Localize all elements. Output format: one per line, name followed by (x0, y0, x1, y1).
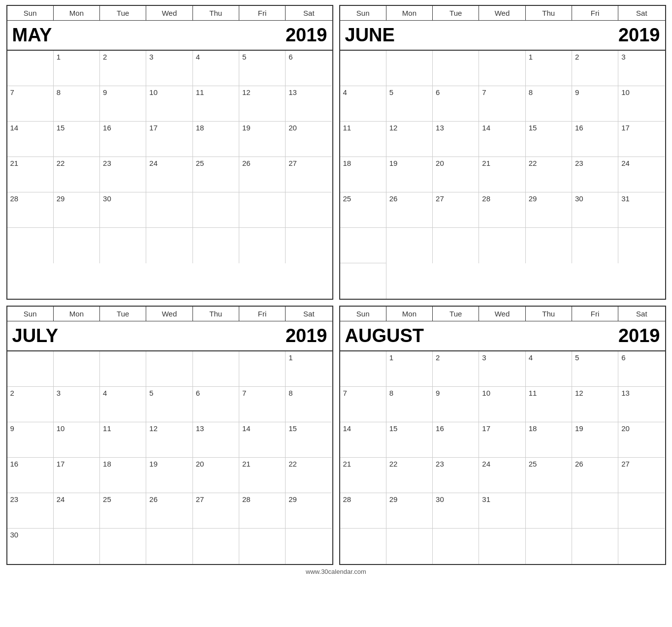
cal-cell: 22 (286, 458, 332, 493)
day-name-tue: Tue (433, 6, 479, 20)
cal-cell: 11 (340, 122, 386, 157)
cal-cell (146, 351, 192, 387)
footer-text: www.30calendar.com (306, 568, 366, 575)
cal-cell: 18 (340, 157, 386, 192)
cal-cell: 4 (340, 86, 386, 122)
cal-cell: 29 (526, 192, 572, 228)
cal-cell: 13 (193, 422, 239, 458)
cal-cell: 13 (618, 387, 665, 422)
cal-cell: 3 (54, 387, 100, 422)
cal-cell: 20 (433, 157, 479, 192)
cal-cell: 20 (618, 422, 665, 458)
cal-cell: 2 (7, 387, 54, 422)
cal-cell: 26 (572, 458, 618, 493)
cal-grid-august-2019: 1234567891011121314151617181920212223242… (340, 351, 665, 564)
cal-cell: 31 (618, 192, 665, 228)
day-name-sat: Sat (286, 6, 332, 20)
cal-grid-july-2019: 1234567891011121314151617181920212223242… (7, 351, 332, 564)
cal-cell: 14 (7, 122, 54, 157)
month-name-may-2019: MAY (12, 25, 52, 46)
cal-cell: 24 (54, 493, 100, 529)
cal-cell (193, 351, 239, 387)
cal-cell (479, 51, 525, 86)
cal-cell: 7 (340, 387, 386, 422)
day-name-mon: Mon (54, 307, 100, 321)
cal-cell: 14 (239, 422, 286, 458)
cal-cell: 6 (286, 51, 332, 86)
day-name-sun: Sun (340, 6, 386, 20)
calendar-august-2019: SunMonTueWedThuFriSatAUGUST2019123456789… (339, 306, 666, 565)
cal-cell (433, 51, 479, 86)
cal-cell (386, 529, 433, 564)
cal-cell: 31 (479, 493, 525, 529)
cal-cell: 26 (146, 493, 192, 529)
cal-cell: 3 (146, 51, 192, 86)
cal-cell: 8 (286, 387, 332, 422)
cal-cell (526, 228, 572, 263)
cal-cell (146, 192, 192, 228)
cal-cell: 20 (286, 122, 332, 157)
cal-grid-may-2019: 1234567891011121314151617181920212223242… (7, 51, 332, 263)
cal-cell (193, 192, 239, 228)
cal-cell: 1 (386, 351, 433, 387)
cal-cell: 18 (100, 458, 146, 493)
year-name-july-2019: 2019 (286, 325, 327, 346)
cal-cell: 25 (526, 458, 572, 493)
cal-cell: 15 (526, 122, 572, 157)
cal-cell: 28 (239, 493, 286, 529)
cal-cell: 17 (146, 122, 192, 157)
cal-cell: 2 (100, 51, 146, 86)
cal-cell (146, 529, 192, 564)
cal-cell: 23 (572, 157, 618, 192)
cal-cell (386, 228, 433, 263)
cal-cell (239, 351, 286, 387)
cal-cell: 16 (7, 458, 54, 493)
month-name-june-2019: JUNE (345, 25, 395, 46)
cal-cell: 19 (146, 458, 192, 493)
cal-cell (286, 228, 332, 263)
cal-cell: 24 (479, 458, 525, 493)
cal-cell: 5 (386, 86, 433, 122)
cal-cell: 23 (433, 458, 479, 493)
cal-cell: 8 (54, 86, 100, 122)
day-name-wed: Wed (146, 6, 192, 20)
cal-cell (340, 263, 386, 299)
month-year-row-may-2019: MAY2019 (7, 21, 332, 51)
cal-cell: 1 (526, 51, 572, 86)
cal-cell: 8 (386, 387, 433, 422)
cal-cell: 22 (54, 157, 100, 192)
cal-cell (239, 192, 286, 228)
cal-cell (340, 529, 386, 564)
cal-cell: 2 (433, 351, 479, 387)
cal-cell: 14 (479, 122, 525, 157)
cal-cell: 21 (7, 157, 54, 192)
month-year-row-july-2019: JULY2019 (7, 321, 332, 351)
cal-cell: 19 (239, 122, 286, 157)
cal-cell: 30 (433, 493, 479, 529)
day-name-thu: Thu (193, 307, 239, 321)
day-name-fri: Fri (572, 307, 618, 321)
calendar-may-2019: SunMonTueWedThuFriSatMAY2019123456789101… (6, 5, 333, 300)
cal-cell: 21 (340, 458, 386, 493)
cal-cell (340, 51, 386, 86)
day-name-fri: Fri (239, 6, 286, 20)
cal-cell: 27 (433, 192, 479, 228)
cal-cell (618, 529, 665, 564)
cal-cell: 29 (286, 493, 332, 529)
cal-cell: 17 (54, 458, 100, 493)
cal-cell: 13 (286, 86, 332, 122)
cal-cell: 3 (618, 51, 665, 86)
cal-cell: 11 (193, 86, 239, 122)
cal-cell: 14 (340, 422, 386, 458)
cal-cell (193, 228, 239, 263)
cal-cell: 28 (7, 192, 54, 228)
cal-cell: 12 (146, 422, 192, 458)
cal-cell: 6 (618, 351, 665, 387)
cal-cell: 1 (54, 51, 100, 86)
cal-cell: 5 (146, 387, 192, 422)
day-name-mon: Mon (386, 6, 433, 20)
cal-cell: 19 (386, 157, 433, 192)
day-name-wed: Wed (479, 6, 525, 20)
month-year-row-august-2019: AUGUST2019 (340, 321, 665, 351)
cal-cell: 11 (100, 422, 146, 458)
